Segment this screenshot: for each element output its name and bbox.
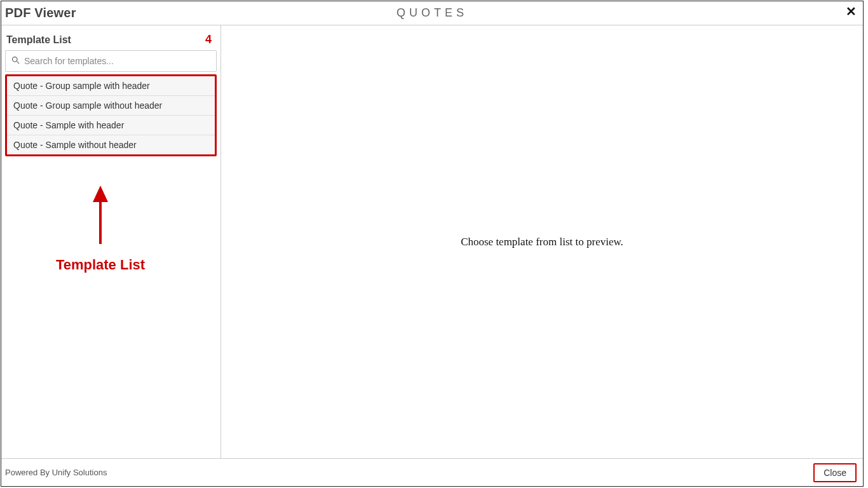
svg-line-1 xyxy=(17,61,19,64)
template-count: 4 xyxy=(205,33,215,46)
template-sidebar: Template List 4 Quote - Group sample wit… xyxy=(1,25,221,458)
template-item[interactable]: Quote - Sample without header xyxy=(7,135,215,154)
search-icon xyxy=(11,55,20,67)
close-button[interactable]: Close xyxy=(813,463,857,482)
annotation-arrow: Template List xyxy=(37,186,164,273)
template-item[interactable]: Quote - Group sample without header xyxy=(7,96,215,116)
preview-placeholder: Choose template from list to preview. xyxy=(461,236,623,248)
close-icon[interactable]: ✕ xyxy=(846,5,857,18)
annotation-label: Template List xyxy=(56,257,145,273)
app-title: PDF Viewer xyxy=(1,6,76,20)
svg-marker-3 xyxy=(93,186,108,202)
sidebar-header: Template List 4 xyxy=(5,30,217,50)
svg-point-0 xyxy=(13,57,18,62)
header-bar: PDF Viewer QUOTES ✕ xyxy=(1,1,863,25)
template-item[interactable]: Quote - Sample with header xyxy=(7,116,215,135)
footer-bar: Powered By Unify Solutions Close xyxy=(1,458,863,486)
pdf-viewer-window: PDF Viewer QUOTES ✕ Template List 4 Quot… xyxy=(1,1,864,487)
body: Template List 4 Quote - Group sample wit… xyxy=(1,25,863,458)
sidebar-title: Template List xyxy=(6,34,71,46)
template-list: Quote - Group sample with header Quote -… xyxy=(5,74,217,156)
powered-by-text: Powered By Unify Solutions xyxy=(5,468,107,477)
search-input[interactable] xyxy=(24,56,211,66)
preview-pane: Choose template from list to preview. xyxy=(221,25,863,458)
context-title: QUOTES xyxy=(397,6,468,20)
template-item[interactable]: Quote - Group sample with header xyxy=(7,76,215,96)
search-field-wrap[interactable] xyxy=(5,50,217,72)
